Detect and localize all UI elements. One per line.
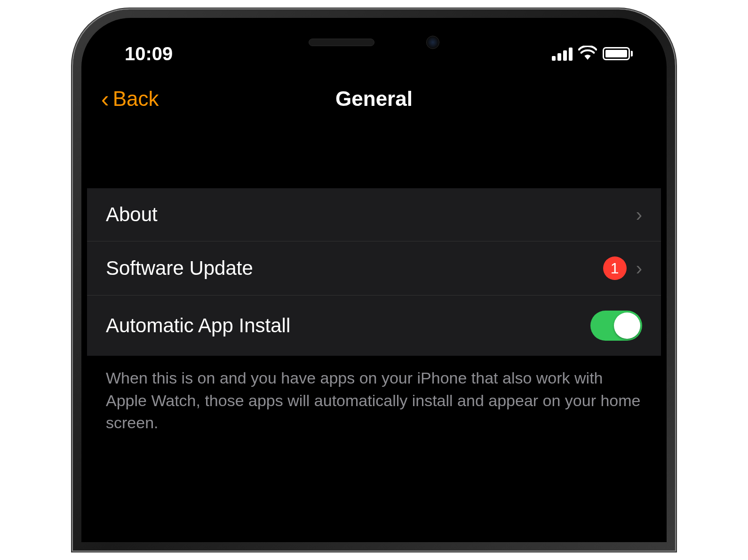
status-time: 10:09 bbox=[125, 43, 173, 64]
toggle-knob bbox=[614, 312, 640, 339]
automatic-app-install-toggle[interactable] bbox=[590, 311, 642, 341]
back-label: Back bbox=[113, 87, 159, 111]
update-badge: 1 bbox=[603, 256, 627, 280]
front-camera bbox=[426, 36, 439, 49]
about-label: About bbox=[106, 203, 158, 226]
status-right bbox=[552, 46, 633, 62]
automatic-app-install-label: Automatic App Install bbox=[106, 314, 290, 337]
back-button[interactable]: ‹ Back bbox=[101, 85, 159, 112]
phone-inner-frame: 10:09 bbox=[81, 18, 667, 542]
notch bbox=[252, 24, 496, 61]
chevron-right-icon: › bbox=[636, 204, 642, 225]
chevron-right-icon: › bbox=[636, 258, 642, 279]
page-title: General bbox=[87, 87, 661, 111]
footer-description: When this is on and you have apps on you… bbox=[87, 356, 661, 446]
software-update-row[interactable]: Software Update 1 › bbox=[87, 241, 661, 296]
about-row[interactable]: About › bbox=[87, 188, 661, 241]
software-update-label: Software Update bbox=[106, 257, 253, 280]
automatic-app-install-row: Automatic App Install bbox=[87, 296, 661, 356]
cellular-signal-icon bbox=[552, 47, 573, 61]
screen: 10:09 bbox=[87, 24, 661, 536]
chevron-left-icon: ‹ bbox=[101, 85, 109, 112]
phone-frame: 10:09 bbox=[73, 9, 675, 551]
speaker-grille bbox=[309, 39, 374, 46]
battery-icon bbox=[603, 47, 633, 60]
nav-bar: ‹ Back General bbox=[87, 71, 661, 132]
settings-group: About › Software Update 1 › Automati bbox=[87, 188, 661, 356]
content: About › Software Update 1 › Automati bbox=[87, 132, 661, 446]
wifi-icon bbox=[578, 46, 597, 62]
